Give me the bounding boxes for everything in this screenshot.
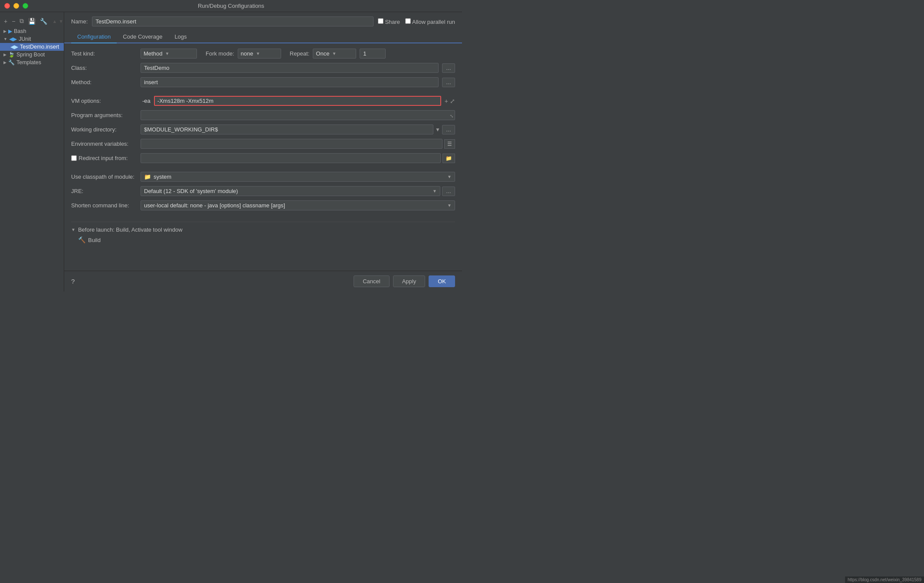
jre-controls: Default (12 - SDK of 'system' module) ▼ … <box>141 186 455 196</box>
working-dir-input[interactable] <box>141 124 433 134</box>
shorten-arrow-icon: ▼ <box>447 203 452 208</box>
main-layout: + − ⧉ 💾 🔧 ▲ ▼ » ▶ ▶ Bash ▼ ◀▶ JUnit ◀▶ T… <box>0 12 462 292</box>
sidebar-item-springboot[interactable]: ▶ 🍃 Spring Boot <box>0 51 64 59</box>
classpath-label: Use classpath of module: <box>71 174 141 180</box>
class-label: Class: <box>71 65 141 71</box>
classpath-dropdown[interactable]: 📁 system ▼ <box>141 172 455 182</box>
jre-arrow-icon: ▼ <box>433 189 437 193</box>
vm-highlighted-input[interactable] <box>154 96 441 106</box>
allow-parallel-checkbox[interactable] <box>405 18 411 24</box>
tab-configuration[interactable]: Configuration <box>71 31 117 43</box>
before-launch-title: Before launch: Build, Activate tool wind… <box>78 226 183 233</box>
sidebar-item-templates[interactable]: ▶ 🔧 Templates <box>0 59 64 66</box>
tab-code-coverage[interactable]: Code Coverage <box>117 31 168 43</box>
env-vars-row: Environment variables: ☰ <box>71 139 455 149</box>
working-dir-row: Working directory: ▼ … <box>71 124 455 134</box>
test-kind-label: Test kind: <box>71 50 141 57</box>
testdemo-icon: ◀▶ <box>10 44 18 50</box>
redirect-label-wrap: Redirect input from: <box>71 155 141 161</box>
working-dir-controls: ▼ … <box>141 124 455 134</box>
form-separator-3 <box>71 215 455 219</box>
class-row: Class: … <box>71 63 455 73</box>
minimize-button[interactable] <box>13 3 19 9</box>
redirect-checkbox[interactable] <box>71 155 77 161</box>
sidebar-item-junit[interactable]: ▼ ◀▶ JUnit <box>0 35 64 43</box>
shorten-value: user-local default: none - java [options… <box>144 202 285 209</box>
ok-button[interactable]: OK <box>429 275 455 287</box>
before-launch-arrow-icon[interactable]: ▼ <box>71 227 75 232</box>
env-vars-browse-button[interactable]: ☰ <box>444 139 455 149</box>
sidebar-item-bash[interactable]: ▶ ▶ Bash <box>0 27 64 35</box>
program-args-input[interactable] <box>141 110 455 120</box>
apply-button[interactable]: Apply <box>393 275 426 287</box>
share-checkbox[interactable] <box>378 18 383 24</box>
shorten-label: Shorten command line: <box>71 202 141 209</box>
program-args-row: Program arguments: ⤡ <box>71 110 455 120</box>
junit-icon: ◀▶ <box>9 36 17 42</box>
env-vars-input[interactable] <box>141 139 442 149</box>
window-controls <box>4 3 28 9</box>
springboot-icon: 🍃 <box>8 52 15 58</box>
method-controls: … <box>141 77 455 87</box>
sidebar-item-testdemo[interactable]: ◀▶ TestDemo.insert <box>0 43 64 51</box>
jre-label: JRE: <box>71 188 141 194</box>
repeat-arrow-icon: ▼ <box>332 51 336 56</box>
class-browse-button[interactable]: … <box>442 63 455 73</box>
jre-value: Default (12 - SDK of 'system' module) <box>144 188 238 194</box>
name-label: Name: <box>71 18 88 25</box>
footer: ? Cancel Apply OK <box>64 271 462 292</box>
repeat-dropdown[interactable]: Once ▼ <box>313 49 356 59</box>
repeat-num-input[interactable] <box>360 49 386 59</box>
name-row: Name: Share Allow parallel run <box>64 12 462 31</box>
maximize-button[interactable] <box>23 3 28 9</box>
name-input[interactable] <box>92 16 373 26</box>
jre-dropdown[interactable]: Default (12 - SDK of 'system' module) ▼ <box>141 186 440 196</box>
remove-button[interactable]: − <box>10 17 16 26</box>
class-input[interactable] <box>141 63 439 73</box>
vm-add-button[interactable]: + <box>445 98 448 105</box>
jre-row: JRE: Default (12 - SDK of 'system' modul… <box>71 186 455 196</box>
classpath-value: system <box>154 174 171 180</box>
allow-parallel-label: Allow parallel run <box>405 18 455 25</box>
program-args-label: Program arguments: <box>71 112 141 118</box>
close-button[interactable] <box>4 3 10 9</box>
repeat-value: Once <box>316 50 329 57</box>
sidebar-item-label-junit: JUnit <box>19 36 31 42</box>
collapse-arrow-tmpl: ▶ <box>3 60 7 65</box>
shorten-dropdown[interactable]: user-local default: none - java [options… <box>141 200 455 210</box>
cancel-button[interactable]: Cancel <box>354 275 389 287</box>
vm-actions: + ⤢ <box>445 98 455 105</box>
build-item: 🔨 Build <box>71 236 455 244</box>
fork-mode-dropdown[interactable]: none ▼ <box>238 49 281 59</box>
redirect-input[interactable] <box>141 153 441 163</box>
method-input[interactable] <box>141 77 439 87</box>
form-area: Test kind: Method ▼ Fork mode: none ▼ Re… <box>64 43 462 271</box>
test-kind-row: Test kind: Method ▼ Fork mode: none ▼ Re… <box>71 49 455 59</box>
vm-expand-button[interactable]: ⤢ <box>450 98 455 105</box>
vm-prefix: -ea <box>141 96 152 105</box>
copy-button[interactable]: ⧉ <box>18 16 25 26</box>
shorten-row: Shorten command line: user-local default… <box>71 200 455 210</box>
redirect-folder-button[interactable]: 📁 <box>442 154 455 163</box>
sidebar-item-label-springboot: Spring Boot <box>16 52 45 58</box>
wrench-button[interactable]: 🔧 <box>39 17 49 26</box>
test-kind-dropdown[interactable]: Method ▼ <box>141 49 197 59</box>
before-launch-section: ▼ Before launch: Build, Activate tool wi… <box>71 222 455 244</box>
working-dir-arrow-icon[interactable]: ▼ <box>435 127 440 133</box>
vm-options-row: VM options: -ea + ⤢ <box>71 96 455 106</box>
working-dir-browse-button[interactable]: … <box>442 125 455 134</box>
expand-corner-icon[interactable]: ⤡ <box>450 114 453 118</box>
form-separator-1 <box>71 92 455 96</box>
add-button[interactable]: + <box>3 17 9 26</box>
save-button[interactable]: 💾 <box>27 17 37 26</box>
test-kind-value: Method <box>144 50 162 57</box>
tab-logs[interactable]: Logs <box>168 31 193 43</box>
jre-browse-button[interactable]: … <box>442 187 455 196</box>
method-browse-button[interactable]: … <box>442 78 455 87</box>
program-args-wrap: ⤡ <box>141 110 455 120</box>
sidebar-item-label-templates: Templates <box>16 59 41 66</box>
test-kind-arrow-icon: ▼ <box>165 51 169 56</box>
help-icon[interactable]: ? <box>71 278 75 285</box>
build-icon: 🔨 <box>78 236 85 243</box>
down-arrow-icon: ▼ <box>59 19 63 24</box>
